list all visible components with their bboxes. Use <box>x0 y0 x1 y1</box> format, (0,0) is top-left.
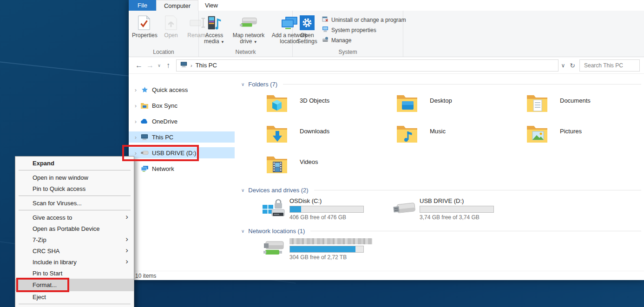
annotation-box-format <box>16 278 69 292</box>
folder-name: 3D Objects <box>300 97 329 104</box>
folder-tile-videos[interactable]: Videos <box>266 155 396 185</box>
items-count: 10 items <box>135 273 156 279</box>
folder-tile-3d-objects[interactable]: 3D Objects <box>266 93 396 124</box>
uninstall-program-button[interactable]: Uninstall or change a program <box>322 16 406 24</box>
os-disk-bitlocker-icon <box>263 198 286 220</box>
drive-tile-osdisk[interactable]: OSDisk (C:) 406 GB free of 476 GB <box>263 197 393 223</box>
menu-separator <box>19 170 131 170</box>
access-media-button[interactable]: Access media ▼ <box>200 12 228 45</box>
folder-name: Videos <box>300 158 318 165</box>
drive-free-space: 406 GB free of 476 GB <box>289 214 364 221</box>
address-dropdown-chevron-icon[interactable]: ∨ <box>559 62 568 69</box>
open-button[interactable]: Open <box>158 12 184 39</box>
drive-tile-usb[interactable]: USB DRIVE (D:) 3,74 GB free of 3,74 GB <box>393 197 523 223</box>
manage-icon <box>322 36 329 44</box>
redacted-network-location-name <box>289 238 372 244</box>
folder-tile-downloads[interactable]: Downloads <box>266 124 396 155</box>
drives-grid: OSDisk (C:) 406 GB free of 476 GB USB DR… <box>263 197 644 223</box>
this-pc-icon <box>180 62 187 69</box>
submenu-arrow-icon: › <box>125 257 128 266</box>
search-input[interactable] <box>579 59 640 72</box>
folder-videos-icon <box>266 155 288 174</box>
breadcrumb-path[interactable]: This PC <box>196 62 217 69</box>
menu-item-7zip[interactable]: 7-Zip› <box>15 234 134 245</box>
section-divider-line <box>314 190 641 190</box>
folder-3d-objects-icon <box>266 93 288 113</box>
map-network-drive-button[interactable]: Map network drive ▼ <box>228 12 269 45</box>
navigation-pane: › Quick access › Box Sync › OneDrive <box>129 74 235 271</box>
menu-item-pin-to-quick-access[interactable]: Pin to Quick access <box>15 183 134 194</box>
menu-item-give-access-to[interactable]: Give access to› <box>15 212 134 223</box>
network-locations-grid: 304 GB free of 2,72 TB <box>263 238 644 264</box>
submenu-arrow-icon: › <box>125 235 128 244</box>
refresh-icon[interactable]: ↻ <box>568 62 577 69</box>
network-icon <box>140 165 149 172</box>
folder-name: Music <box>430 128 446 135</box>
tab-computer[interactable]: Computer <box>156 0 198 11</box>
drive-name: USB DRIVE (D:) <box>420 197 494 204</box>
menu-item-expand[interactable]: Expand <box>15 157 134 169</box>
chevron-right-icon[interactable]: › <box>132 118 139 125</box>
menu-separator <box>19 304 131 304</box>
breadcrumb[interactable]: › This PC <box>176 59 559 72</box>
sidebar-item-onedrive[interactable]: › OneDrive <box>129 116 235 127</box>
menu-item-crc-sha[interactable]: CRC SHA› <box>15 245 134 256</box>
forward-button[interactable]: → <box>145 61 156 70</box>
chevron-right-icon[interactable]: › <box>132 134 139 141</box>
drive-name: OSDisk (C:) <box>289 197 364 204</box>
menu-separator <box>19 196 131 196</box>
folder-tile-pictures[interactable]: Pictures <box>526 124 644 155</box>
folder-name: Downloads <box>300 128 329 135</box>
section-header-network-locations[interactable]: ∨ Network locations (1) <box>241 227 641 235</box>
manage-button[interactable]: Manage <box>322 36 406 44</box>
section-divider-line <box>310 231 641 231</box>
chevron-right-icon[interactable]: › <box>132 102 139 109</box>
sidebar-item-label: Box Sync <box>152 102 177 109</box>
collapse-chevron-icon[interactable]: ∨ <box>241 229 244 234</box>
folder-name: Documents <box>560 97 591 104</box>
submenu-arrow-icon: › <box>125 246 128 255</box>
folder-documents-icon <box>526 93 548 113</box>
folder-tile-music[interactable]: Music <box>396 124 526 155</box>
sidebar-item-label: Network <box>152 165 174 172</box>
chevron-right-icon[interactable]: › <box>132 86 139 93</box>
main-pane: ∨ Folders (7) 3D Objects Desktop <box>235 74 644 271</box>
menu-item-pin-to-start[interactable]: Pin to Start <box>15 268 134 279</box>
properties-button[interactable]: Properties <box>130 12 158 39</box>
menu-item-scan-for-viruses[interactable]: Scan for Viruses... <box>15 197 134 209</box>
network-location-tile[interactable]: 304 GB free of 2,72 TB <box>263 238 393 264</box>
system-properties-icon <box>322 26 329 34</box>
back-button[interactable]: ← <box>133 61 145 70</box>
up-button[interactable]: ↑ <box>163 61 174 70</box>
breadcrumb-chevron-icon: › <box>191 63 192 68</box>
collapse-chevron-icon[interactable]: ∨ <box>241 82 244 87</box>
menu-item-open-as-portable-device[interactable]: Open as Portable Device <box>15 223 134 234</box>
menu-item-open-in-new-window[interactable]: Open in new window <box>15 172 134 183</box>
recent-locations-chevron-icon[interactable]: ∨ <box>156 63 163 68</box>
capacity-bar <box>289 246 364 253</box>
tab-view[interactable]: View <box>198 0 224 11</box>
folder-pictures-icon <box>526 124 548 144</box>
file-explorer-window: File Computer View Properties Open <box>129 0 644 280</box>
section-header-devices[interactable]: ∨ Devices and drives (2) <box>241 186 641 194</box>
submenu-arrow-icon: › <box>125 212 128 222</box>
this-pc-icon <box>140 133 149 141</box>
section-header-folders[interactable]: ∨ Folders (7) <box>241 80 641 88</box>
menu-item-include-in-library[interactable]: Include in library› <box>15 256 134 268</box>
collapse-chevron-icon[interactable]: ∨ <box>241 188 244 193</box>
sidebar-item-network[interactable]: Network <box>129 163 235 174</box>
folder-tile-desktop[interactable]: Desktop <box>396 93 526 124</box>
network-drive-icon <box>263 239 286 261</box>
menu-item-eject[interactable]: Eject <box>15 291 134 302</box>
tab-file[interactable]: File <box>129 0 156 11</box>
folder-tile-documents[interactable]: Documents <box>526 93 644 124</box>
ribbon: Properties Open Rename Location <box>129 11 644 57</box>
open-settings-button[interactable]: Open Settings <box>294 12 320 45</box>
sidebar-item-box-sync[interactable]: › Box Sync <box>129 100 235 111</box>
sidebar-item-this-pc[interactable]: › This PC <box>129 131 235 143</box>
system-properties-button[interactable]: System properties <box>322 26 406 34</box>
content-area: › Quick access › Box Sync › OneDrive <box>129 74 644 271</box>
sidebar-item-quick-access[interactable]: › Quick access <box>129 84 235 95</box>
sidebar-item-label: OneDrive <box>152 118 177 125</box>
ribbon-group-system: Open Settings Uninstall or change a prog… <box>293 11 403 57</box>
